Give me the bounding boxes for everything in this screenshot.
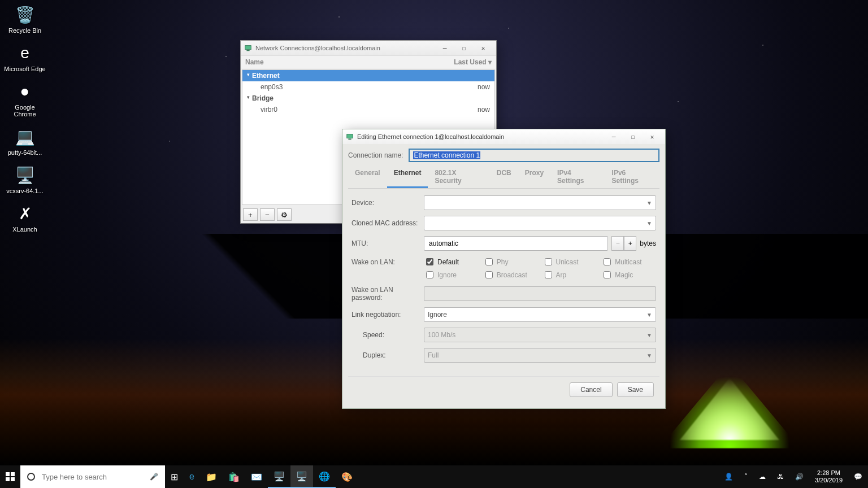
checkbox[interactable] <box>604 271 611 278</box>
connection-name-input[interactable]: Ethernet connection 1 <box>409 149 659 162</box>
mtu-increment-button[interactable]: + <box>624 236 636 251</box>
duplex-combo: Full ▼ <box>424 348 656 363</box>
volume-icon[interactable]: 🔊 <box>789 465 809 488</box>
desktop-icon-google-chrome[interactable]: ●Google Chrome <box>3 80 46 117</box>
svg-rect-2 <box>347 134 353 138</box>
start-button[interactable] <box>0 465 20 488</box>
nc-title: Network Connections@localhost.localdomai… <box>255 45 380 51</box>
tab-general[interactable]: General <box>348 165 387 188</box>
network-icon <box>244 44 252 52</box>
cloned-mac-combo[interactable]: ▼ <box>424 216 656 230</box>
icon-label: Microsoft Edge <box>3 66 46 72</box>
wol-option-phy[interactable]: Phy <box>483 256 538 267</box>
edit-connection-button[interactable]: ⚙ <box>277 208 292 221</box>
edit-titlebar[interactable]: Editing Ethernet connection 1@localhost.… <box>342 129 665 144</box>
svg-rect-0 <box>245 46 251 50</box>
taskbar-explorer[interactable]: 📁 <box>200 465 223 488</box>
tab-ipv4-settings[interactable]: IPv4 Settings <box>550 165 605 188</box>
checkbox[interactable] <box>604 258 611 265</box>
desktop-icon-recycle-bin[interactable]: 🗑️Recycle Bin <box>3 3 46 34</box>
connection-item[interactable]: virbr0now <box>242 104 494 115</box>
tab-dcb[interactable]: DCB <box>490 165 518 188</box>
taskbar-edge[interactable]: e <box>184 465 200 488</box>
taskbar-store[interactable]: 🛍️ <box>223 465 245 488</box>
microphone-icon[interactable]: 🎤 <box>150 473 158 481</box>
wol-option-arp[interactable]: Arp <box>542 269 597 280</box>
checkbox-label: Phy <box>497 258 509 266</box>
taskbar: 🎤 ⊞ e 📁 🛍️ ✉️ 🖥️ 🖥️ 🌐 🎨 👤 ˄ ☁ 🖧 🔊 2:28 P… <box>0 465 868 488</box>
checkbox[interactable] <box>485 271 493 278</box>
tab-802-1x-security[interactable]: 802.1X Security <box>428 165 489 188</box>
connection-item[interactable]: enp0s3now <box>242 81 494 93</box>
taskbar-app1[interactable]: 🖥️ <box>268 465 290 488</box>
mtu-decrement-button[interactable]: − <box>611 236 624 251</box>
checkbox[interactable] <box>426 271 433 278</box>
wol-option-multicast[interactable]: Multicast <box>601 256 656 267</box>
network-icon <box>346 133 354 141</box>
link-negotiation-combo[interactable]: Ignore ▼ <box>424 307 656 322</box>
minimize-button[interactable]: ─ <box>604 130 623 143</box>
checkbox-label: Multicast <box>615 258 641 266</box>
maximize-button[interactable]: ☐ <box>454 42 474 54</box>
desktop-icon-putty-64bit-[interactable]: 💻putty-64bit... <box>3 125 46 156</box>
task-view-button[interactable]: ⊞ <box>165 465 184 488</box>
taskbar-app2[interactable]: 🖥️ <box>290 465 313 488</box>
save-button[interactable]: Save <box>617 382 654 397</box>
edit-connection-window: Editing Ethernet connection 1@localhost.… <box>342 129 666 409</box>
nc-titlebar[interactable]: Network Connections@localhost.localdomai… <box>241 41 496 55</box>
connection-group[interactable]: ▾Ethernet <box>242 70 494 81</box>
people-icon[interactable]: 👤 <box>719 465 739 488</box>
close-button[interactable]: ✕ <box>474 42 493 54</box>
checkbox[interactable] <box>545 271 552 278</box>
connection-group[interactable]: ▾Bridge <box>242 93 494 104</box>
svg-rect-6 <box>6 477 10 481</box>
checkbox[interactable] <box>426 258 433 265</box>
desktop-icon-microsoft-edge[interactable]: eMicrosoft Edge <box>3 42 46 72</box>
checkbox[interactable] <box>485 258 493 265</box>
search-box[interactable]: 🎤 <box>20 465 165 488</box>
wol-option-default[interactable]: Default <box>424 256 479 267</box>
maximize-button[interactable]: ☐ <box>623 130 643 143</box>
taskbar-clock[interactable]: 2:28 PM 3/20/2019 <box>809 469 848 484</box>
taskbar-chrome[interactable]: 🌐 <box>313 465 336 488</box>
wol-option-broadcast[interactable]: Broadcast <box>483 269 538 280</box>
tab-ethernet[interactable]: Ethernet <box>387 165 428 188</box>
taskbar-mail[interactable]: ✉️ <box>245 465 268 488</box>
checkbox[interactable] <box>545 258 552 265</box>
wol-option-ignore[interactable]: Ignore <box>424 269 479 280</box>
wol-option-unicast[interactable]: Unicast <box>542 256 597 267</box>
col-last-used[interactable]: Last Used ▾ <box>454 58 492 66</box>
checkbox-label: Ignore <box>437 271 457 279</box>
add-connection-button[interactable]: + <box>243 208 258 221</box>
taskbar-app3[interactable]: 🎨 <box>336 465 358 488</box>
icon-label: Recycle Bin <box>3 27 46 34</box>
tab-ipv6-settings[interactable]: IPv6 Settings <box>605 165 659 188</box>
app-icon: 💻 <box>14 125 36 148</box>
wol-option-magic[interactable]: Magic <box>601 269 656 280</box>
caret-down-icon: ▾ <box>247 94 250 102</box>
wol-password-label: Wake on LAN password: <box>351 286 424 302</box>
tray-chevron-icon[interactable]: ˄ <box>739 465 753 488</box>
network-tray-icon[interactable]: 🖧 <box>771 465 789 488</box>
desktop-icon-xlaunch[interactable]: ✗XLaunch <box>3 202 46 233</box>
edit-title: Editing Ethernet connection 1@localhost.… <box>357 133 504 140</box>
svg-rect-7 <box>11 477 15 481</box>
col-name[interactable]: Name <box>245 58 454 66</box>
mtu-input[interactable] <box>424 236 608 251</box>
close-button[interactable]: ✕ <box>643 130 662 143</box>
tab-proxy[interactable]: Proxy <box>518 165 550 188</box>
action-center-icon[interactable]: 💬 <box>848 465 868 488</box>
onedrive-icon[interactable]: ☁ <box>753 465 771 488</box>
minimize-button[interactable]: ─ <box>435 42 454 54</box>
checkbox-label: Magic <box>615 271 633 279</box>
device-combo[interactable]: ▼ <box>424 195 656 210</box>
search-input[interactable] <box>41 472 144 482</box>
nc-column-headers: Name Last Used ▾ <box>241 55 496 68</box>
desktop-icon-vcxsrv-64-1-[interactable]: 🖥️vcxsrv-64.1... <box>3 164 46 194</box>
svg-rect-5 <box>11 472 15 476</box>
cancel-button[interactable]: Cancel <box>570 382 612 397</box>
app-icon: ✗ <box>14 202 36 225</box>
mtu-unit: bytes <box>640 239 656 247</box>
checkbox-label: Default <box>437 258 459 266</box>
remove-connection-button[interactable]: − <box>260 208 275 221</box>
